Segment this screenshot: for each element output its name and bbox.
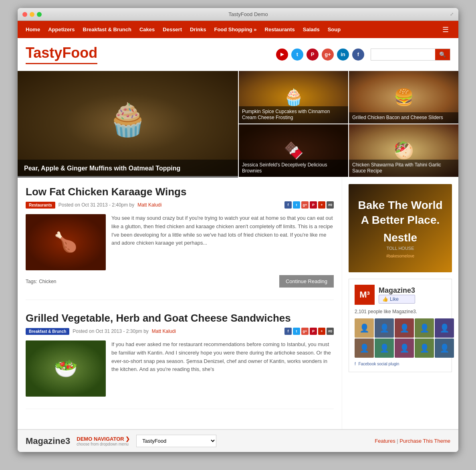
post-1-tw-icon[interactable]: t — [293, 201, 300, 209]
post-2-gp-icon[interactable]: g+ — [301, 328, 309, 335]
magazine3-brand: M³ — [359, 290, 370, 300]
fb-box-title: Magazine3 — [379, 286, 415, 295]
search-box: 🔍 — [371, 49, 450, 61]
nav-drinks[interactable]: Drinks — [186, 21, 210, 38]
featured-cell-1-caption: Pumpkin Spice Cupcakes with Cinnamon Cre… — [239, 106, 348, 124]
nav-home[interactable]: Home — [22, 21, 44, 38]
post-1-hash-icon[interactable]: #0 — [327, 201, 334, 209]
fb-face-10: 👤 — [435, 338, 454, 358]
logo-text-2: Food — [62, 45, 97, 61]
nav-soup[interactable]: Soup — [324, 21, 345, 38]
titlebar: TastyFood Demo ⤢ — [18, 8, 458, 21]
nav-breakfast[interactable]: Breakfast & Brunch — [79, 21, 135, 38]
site-header: TastyFood ▶ t P g+ in f 🔍 — [18, 38, 458, 71]
footer-nav-sub: choose from dropdown menu — [77, 442, 130, 446]
post-1-tags[interactable]: Chicken — [39, 279, 56, 284]
featured-cell-2[interactable]: 🍔 Grilled Chicken Bacon and Cheese Slide… — [348, 71, 458, 124]
post-1-thumbnail: 🍗 — [26, 214, 106, 270]
fb-plugin-label: f Facebook social plugin — [355, 362, 446, 366]
fb-people-count: 2,101 people like Magazine3. — [355, 309, 446, 314]
post-1-social: f t g+ P + #0 — [284, 201, 334, 209]
linkedin-icon[interactable]: in — [337, 49, 349, 61]
featured-cell-3[interactable]: 🍫 Jessica Seinfeld's Deceptively Delicio… — [238, 124, 348, 178]
post-2-author[interactable]: Matt Kaludi — [152, 328, 176, 334]
nav-dessert[interactable]: Dessert — [159, 21, 186, 38]
post-2-tw-icon[interactable]: t — [293, 328, 300, 335]
search-input[interactable] — [371, 49, 435, 60]
logo-text-1: Tasty — [26, 45, 62, 61]
search-button[interactable]: 🔍 — [435, 49, 450, 60]
post-2-title[interactable]: Grilled Vegetable, Herb and Goat Cheese … — [26, 312, 334, 324]
youtube-icon[interactable]: ▶ — [276, 49, 288, 61]
post-1-title[interactable]: Low Fat Chicken Karaage Wings — [26, 186, 334, 198]
footer-purchase-link[interactable]: Purchase This Theme — [399, 438, 450, 444]
facebook-icon[interactable]: f — [352, 49, 364, 61]
featured-cell-4-caption: Chicken Shawarma Pita with Tahini Garlic… — [349, 160, 458, 177]
magazine3-icon: M³ — [355, 285, 375, 305]
post-2-pl-icon[interactable]: + — [318, 328, 325, 335]
post-1-gp-icon[interactable]: g+ — [301, 201, 309, 209]
twitter-icon[interactable]: t — [291, 49, 303, 61]
post-1-fb-icon[interactable]: f — [284, 201, 292, 209]
post-2-hash-icon[interactable]: #0 — [327, 328, 334, 335]
sidebar-ad-text: Bake The World A Better Place. — [357, 198, 444, 227]
facebook-box: M³ Magazine3 👍 Like 2,101 people like Ma… — [349, 279, 452, 372]
featured-main-post[interactable]: Pear, Apple & Ginger Muffins with Oatmea… — [18, 71, 238, 178]
post-1-pl-icon[interactable]: + — [318, 201, 325, 209]
featured-cell-2-caption: Grilled Chicken Bacon and Cheese Sliders — [349, 112, 458, 124]
featured-cell-4[interactable]: 🥙 Chicken Shawarma Pita with Tahini Garl… — [348, 124, 458, 178]
maximize-button[interactable] — [37, 12, 42, 17]
nav-restaurants[interactable]: Restaurants — [261, 21, 299, 38]
post-1: Low Fat Chicken Karaage Wings Restaurant… — [26, 186, 334, 300]
main-nav: Home Appetizers Breakfast & Brunch Cakes… — [18, 21, 458, 38]
featured-cell-1[interactable]: 🧁 Pumpkin Spice Cupcakes with Cinnamon C… — [238, 71, 348, 124]
post-2-social: f t g+ P + #0 — [284, 328, 334, 335]
fb-face-1: 👤 — [355, 318, 374, 338]
nav-food-shopping[interactable]: Food Shopping » — [210, 21, 260, 38]
nav-cakes[interactable]: Cakes — [135, 21, 159, 38]
post-1-tags-label: Tags: — [26, 279, 37, 284]
hamburger-icon[interactable]: ☰ — [437, 21, 454, 38]
post-2-excerpt: If you had ever asked me for restaurant … — [111, 340, 334, 397]
nav-salads[interactable]: Salads — [299, 21, 324, 38]
post-1-continue-button[interactable]: Continue Reading — [279, 275, 334, 288]
post-2-meta: Breakfast & Brunch Posted on Oct 31 2013… — [26, 328, 334, 335]
site-logo[interactable]: TastyFood — [26, 45, 97, 64]
sidebar: Bake The World A Better Place. Nestle TO… — [342, 178, 458, 429]
footer-theme-dropdown[interactable]: TastyFood — [136, 435, 216, 447]
nav-appetizers[interactable]: Appetizers — [44, 21, 79, 38]
pinterest-icon[interactable]: P — [307, 49, 319, 61]
footer-logo[interactable]: Magazine3 — [26, 436, 70, 446]
fb-face-2: 👤 — [375, 318, 394, 338]
post-1-meta: Restaurants Posted on Oct 31 2013 - 2:40… — [26, 201, 334, 209]
post-2-pi-icon[interactable]: P — [310, 328, 317, 335]
fb-face-3: 👤 — [395, 318, 414, 338]
browser-window: TastyFood Demo ⤢ Home Appetizers Breakfa… — [18, 8, 458, 452]
social-icons-group: ▶ t P g+ in f — [276, 49, 364, 61]
footer-bar: Magazine3 DEMO NAVIGATOR ❯ choose from d… — [18, 429, 458, 452]
post-1-footer: Tags: Chicken Continue Reading — [26, 275, 334, 288]
post-1-pi-icon[interactable]: P — [310, 201, 317, 209]
post-1-meta-text: Posted on Oct 31 2013 - 2:40pm by — [58, 202, 134, 208]
footer-features-link[interactable]: Features — [375, 438, 395, 444]
fb-face-6: 👤 — [355, 338, 374, 358]
close-button[interactable] — [22, 12, 27, 17]
fb-thumb-icon: 👍 — [382, 296, 388, 302]
post-2-thumbnail: 🥗 — [26, 340, 106, 397]
fb-plugin-text: Facebook social plugin — [359, 362, 399, 366]
sidebar-ad[interactable]: Bake The World A Better Place. Nestle TO… — [349, 184, 452, 272]
fb-face-8: 👤 — [395, 338, 414, 358]
expand-icon[interactable]: ⤢ — [450, 12, 454, 17]
post-2-category[interactable]: Breakfast & Brunch — [26, 328, 69, 335]
post-2: Grilled Vegetable, Herb and Goat Cheese … — [26, 312, 334, 409]
post-1-excerpt: You see it may sound crazy but if you're… — [111, 214, 334, 270]
minimize-button[interactable] — [30, 12, 34, 17]
post-1-category[interactable]: Restaurants — [26, 202, 55, 209]
post-1-author[interactable]: Matt Kaludi — [137, 202, 161, 208]
post-2-fb-icon[interactable]: f — [284, 328, 292, 335]
fb-face-7: 👤 — [375, 338, 394, 358]
featured-cell-3-caption: Jessica Seinfeld's Deceptively Delicious… — [239, 160, 348, 177]
googleplus-icon[interactable]: g+ — [322, 49, 334, 61]
window-title: TastyFood Demo — [46, 11, 450, 17]
fb-like-button[interactable]: 👍 Like — [379, 295, 415, 304]
